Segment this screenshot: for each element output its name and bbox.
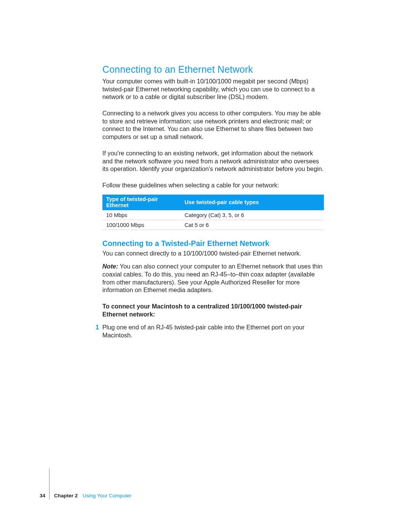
intro-paragraph-2: Connecting to a network gives you access… [102,109,324,141]
procedure-lead: To connect your Macintosh to a centraliz… [102,302,324,318]
document-page: Connecting to an Ethernet Network Your c… [0,0,411,532]
chapter-label: Chapter 2 [54,493,78,498]
section-heading: Connecting to an Ethernet Network [102,64,324,75]
chapter-name: Using Your Computer [83,493,131,498]
note-paragraph: Note: You can also connect your computer… [102,262,324,294]
table-cell: Category (Cat) 3, 5, or 6 [181,210,324,220]
footer-rule [49,468,49,500]
body-column: Connecting to an Ethernet Network Your c… [102,64,324,339]
page-footer: 34 Chapter 2 Using Your Computer [41,493,411,502]
table-header-cell: Type of twisted-pair Ethernet [102,195,181,210]
subsection-intro: You can connect directly to a 10/100/100… [102,249,324,257]
table-header-cell: Use twisted-pair cable types [181,195,324,210]
table-cell: Cat 5 or 6 [181,220,324,230]
note-label: Note: [102,263,118,270]
table-lead: Follow these guidelines when selecting a… [102,181,324,189]
cable-table: Type of twisted-pair Ethernet Use twiste… [102,195,324,230]
step-number: 1 [96,323,99,331]
table-cell: 100/1000 Mbps [102,220,181,230]
procedure-step-1: 1 Plug one end of an RJ-45 twisted-pair … [102,323,324,339]
table-row: 100/1000 Mbps Cat 5 or 6 [102,220,324,230]
table-header-row: Type of twisted-pair Ethernet Use twiste… [102,195,324,210]
intro-paragraph-3: If you're connecting to an existing netw… [102,149,324,173]
table-cell: 10 Mbps [102,210,181,220]
intro-paragraph-1: Your computer comes with built-in 10/100… [102,77,324,101]
note-body: You can also connect your computer to an… [102,263,322,293]
subsection-heading: Connecting to a Twisted-Pair Ethernet Ne… [102,239,324,248]
table-row: 10 Mbps Category (Cat) 3, 5, or 6 [102,210,324,220]
procedure-lead-text: To connect your Macintosh to a centraliz… [102,303,302,318]
step-text: Plug one end of an RJ-45 twisted-pair ca… [102,324,304,339]
page-number: 34 [40,493,45,498]
